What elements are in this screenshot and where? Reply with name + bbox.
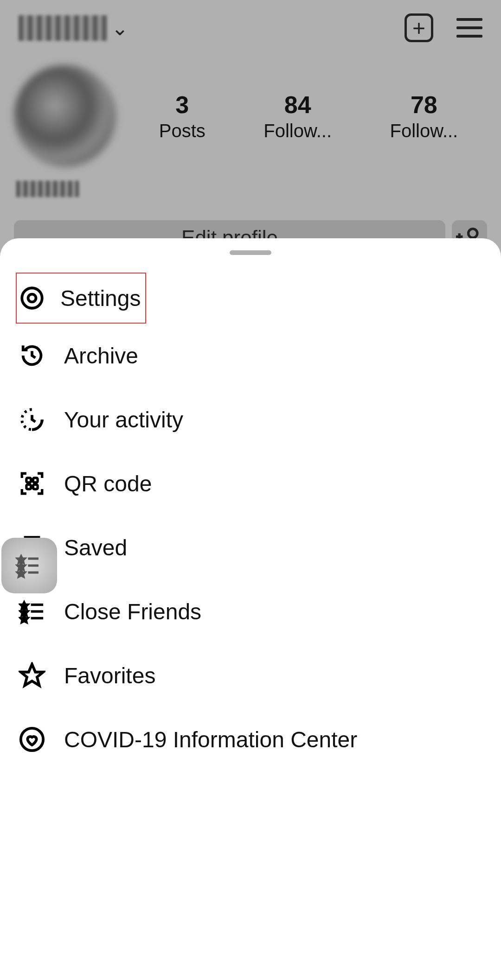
menu-item-settings[interactable]: Settings: [16, 273, 146, 324]
svg-point-4: [28, 294, 36, 302]
svg-rect-6: [33, 478, 38, 483]
profile-section: 3 Posts 84 Follow... 78 Follow...: [0, 56, 501, 176]
history-icon: [19, 342, 45, 369]
clock-icon: [19, 406, 45, 433]
drag-handle[interactable]: [230, 250, 271, 255]
menu-label: Close Friends: [64, 599, 201, 624]
plus-icon: +: [412, 15, 425, 41]
stat-followers[interactable]: 84 Follow...: [263, 91, 332, 141]
menu-label: Saved: [64, 535, 127, 560]
heart-circle-icon: [19, 726, 45, 753]
svg-rect-8: [33, 484, 38, 489]
stat-label: Posts: [159, 121, 206, 141]
stat-number: 78: [390, 91, 458, 119]
profile-stats: 3 Posts 84 Follow... 78 Follow...: [130, 91, 487, 141]
stat-posts[interactable]: 3 Posts: [159, 91, 206, 141]
svg-rect-7: [26, 484, 31, 489]
create-button[interactable]: +: [405, 13, 433, 42]
menu-list: Settings Archive Your activity: [0, 264, 501, 771]
svg-marker-15: [21, 664, 43, 686]
menu-item-covid-info[interactable]: COVID-19 Information Center: [0, 707, 501, 771]
avatar[interactable]: [14, 65, 116, 167]
header-actions: +: [405, 13, 482, 42]
svg-point-16: [21, 728, 43, 751]
display-name-blurred: [16, 181, 79, 197]
menu-label: QR code: [64, 471, 152, 496]
svg-marker-21: [18, 570, 25, 577]
chevron-down-icon: ⌄: [111, 16, 128, 40]
starlist-icon: [15, 552, 43, 579]
profile-header: ⌄ +: [0, 0, 501, 56]
stat-number: 3: [159, 91, 206, 119]
username-switcher[interactable]: ⌄: [19, 15, 128, 41]
stat-label: Follow...: [390, 121, 458, 141]
svg-point-0: [469, 229, 477, 238]
menu-item-archive[interactable]: Archive: [0, 324, 501, 388]
menu-item-saved[interactable]: Saved: [0, 515, 501, 579]
menu-item-qr-code[interactable]: QR code: [0, 452, 501, 515]
starlist-icon: [19, 598, 45, 625]
star-icon: [19, 662, 45, 689]
menu-item-your-activity[interactable]: Your activity: [0, 388, 501, 452]
menu-label: Your activity: [64, 407, 183, 433]
qr-icon: [19, 470, 45, 497]
overlay-widget[interactable]: [1, 538, 57, 593]
menu-label: COVID-19 Information Center: [64, 727, 357, 752]
svg-marker-13: [21, 616, 28, 622]
svg-rect-5: [26, 478, 31, 483]
menu-label: Archive: [64, 343, 138, 369]
menu-label: Favorites: [64, 663, 155, 688]
menu-item-close-friends[interactable]: Close Friends: [0, 579, 501, 643]
menu-label: Settings: [60, 286, 141, 311]
menu-item-favorites[interactable]: Favorites: [0, 643, 501, 707]
bottom-sheet-menu: Settings Archive Your activity: [0, 238, 501, 980]
stat-following[interactable]: 78 Follow...: [390, 91, 458, 141]
username-blurred: [19, 15, 107, 41]
stat-label: Follow...: [263, 121, 332, 141]
gear-icon: [19, 285, 45, 312]
stat-number: 84: [263, 91, 332, 119]
menu-button[interactable]: [456, 18, 482, 38]
